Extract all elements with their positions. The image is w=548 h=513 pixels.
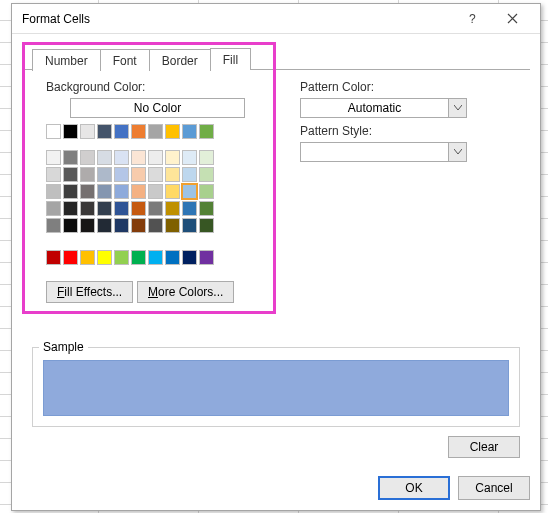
color-swatch[interactable]: [148, 184, 163, 199]
tab-number[interactable]: Number: [32, 49, 101, 71]
color-swatch[interactable]: [46, 201, 61, 216]
color-swatch[interactable]: [97, 218, 112, 233]
color-swatch[interactable]: [114, 184, 129, 199]
color-swatch[interactable]: [80, 250, 95, 265]
color-swatch[interactable]: [182, 218, 197, 233]
theme-color-row: [46, 218, 214, 233]
color-swatch[interactable]: [63, 150, 78, 165]
color-swatch[interactable]: [131, 167, 146, 182]
color-swatch[interactable]: [131, 218, 146, 233]
color-swatch[interactable]: [165, 124, 180, 139]
color-swatch[interactable]: [80, 218, 95, 233]
color-swatch[interactable]: [148, 167, 163, 182]
color-swatch[interactable]: [182, 150, 197, 165]
color-swatch[interactable]: [148, 201, 163, 216]
sample-preview: [43, 360, 509, 416]
tab-strip: Number Font Border Fill: [32, 48, 250, 70]
color-swatch[interactable]: [97, 184, 112, 199]
color-swatch[interactable]: [148, 124, 163, 139]
color-swatch[interactable]: [63, 167, 78, 182]
color-swatch[interactable]: [199, 167, 214, 182]
color-swatch[interactable]: [165, 250, 180, 265]
color-swatch[interactable]: [148, 218, 163, 233]
color-swatch[interactable]: [182, 250, 197, 265]
color-swatch[interactable]: [114, 218, 129, 233]
color-swatch[interactable]: [131, 150, 146, 165]
cancel-button[interactable]: Cancel: [458, 476, 530, 500]
sample-label: Sample: [39, 340, 88, 354]
color-swatch[interactable]: [182, 167, 197, 182]
color-swatch[interactable]: [46, 124, 61, 139]
color-swatch[interactable]: [182, 184, 197, 199]
color-swatch[interactable]: [199, 150, 214, 165]
close-button[interactable]: [492, 4, 532, 34]
titlebar: Format Cells ?: [12, 4, 540, 34]
pattern-color-label: Pattern Color:: [300, 80, 374, 94]
color-swatch[interactable]: [199, 218, 214, 233]
color-swatch[interactable]: [46, 250, 61, 265]
tab-border[interactable]: Border: [149, 49, 211, 71]
color-swatch[interactable]: [114, 167, 129, 182]
color-swatch[interactable]: [63, 184, 78, 199]
color-swatch[interactable]: [199, 201, 214, 216]
color-swatch[interactable]: [199, 250, 214, 265]
color-swatch[interactable]: [114, 150, 129, 165]
color-swatch[interactable]: [97, 201, 112, 216]
color-swatch[interactable]: [97, 167, 112, 182]
color-swatch[interactable]: [199, 124, 214, 139]
tab-font[interactable]: Font: [100, 49, 150, 71]
no-color-button[interactable]: No Color: [70, 98, 245, 118]
color-swatch[interactable]: [80, 184, 95, 199]
clear-button[interactable]: Clear: [448, 436, 520, 458]
color-swatch[interactable]: [114, 250, 129, 265]
more-colors-button[interactable]: More Colors...: [137, 281, 234, 303]
color-swatch[interactable]: [114, 201, 129, 216]
color-swatch[interactable]: [148, 250, 163, 265]
color-swatch[interactable]: [46, 218, 61, 233]
color-swatch[interactable]: [63, 218, 78, 233]
color-swatch[interactable]: [63, 201, 78, 216]
fill-effects-rest: ill Effects...: [64, 285, 122, 299]
color-swatch[interactable]: [165, 150, 180, 165]
pattern-color-dropdown[interactable]: Automatic: [300, 98, 467, 118]
color-swatch[interactable]: [165, 218, 180, 233]
color-swatch[interactable]: [131, 250, 146, 265]
pattern-color-value: Automatic: [301, 99, 448, 117]
fill-effects-button[interactable]: Fill Effects...: [46, 281, 133, 303]
color-swatch[interactable]: [80, 124, 95, 139]
color-swatch[interactable]: [182, 201, 197, 216]
color-swatch[interactable]: [114, 124, 129, 139]
color-swatch[interactable]: [80, 150, 95, 165]
color-swatch[interactable]: [165, 201, 180, 216]
color-swatch[interactable]: [80, 167, 95, 182]
theme-color-row: [46, 201, 214, 216]
color-swatch[interactable]: [148, 150, 163, 165]
ok-button[interactable]: OK: [378, 476, 450, 500]
color-swatch[interactable]: [46, 167, 61, 182]
pattern-style-value: [301, 143, 448, 161]
help-button[interactable]: ?: [452, 4, 492, 34]
tab-fill[interactable]: Fill: [210, 48, 251, 70]
color-swatch[interactable]: [97, 150, 112, 165]
color-swatch[interactable]: [182, 124, 197, 139]
color-swatch[interactable]: [63, 124, 78, 139]
color-swatch[interactable]: [46, 150, 61, 165]
color-swatch[interactable]: [165, 184, 180, 199]
pattern-style-label: Pattern Style:: [300, 124, 372, 138]
color-swatch[interactable]: [63, 250, 78, 265]
pattern-style-dropdown[interactable]: [300, 142, 467, 162]
color-swatch[interactable]: [165, 167, 180, 182]
color-swatch[interactable]: [131, 201, 146, 216]
color-swatch[interactable]: [97, 124, 112, 139]
theme-color-row: [46, 150, 214, 165]
color-swatch[interactable]: [97, 250, 112, 265]
tab-content: Background Color: No Color Fill Effects.…: [22, 70, 530, 462]
color-swatch[interactable]: [80, 201, 95, 216]
accent-color-row: [46, 250, 214, 265]
color-swatch[interactable]: [131, 124, 146, 139]
color-swatch[interactable]: [46, 184, 61, 199]
theme-color-row: [46, 167, 214, 182]
color-swatch[interactable]: [131, 184, 146, 199]
dialog-title: Format Cells: [22, 12, 452, 26]
color-swatch[interactable]: [199, 184, 214, 199]
